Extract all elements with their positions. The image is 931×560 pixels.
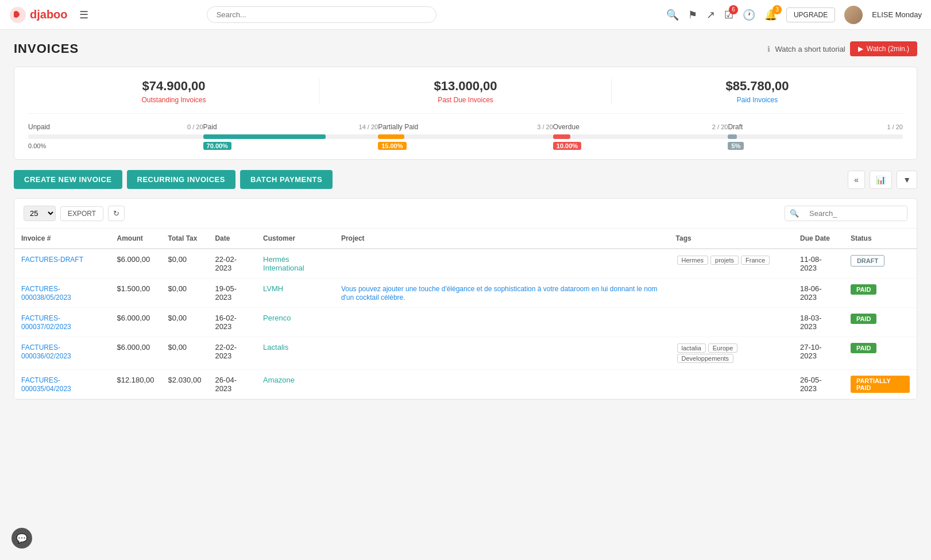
per-page-select[interactable]: 25 10 50 100 [24,206,56,221]
header-search-container [207,6,436,23]
table-row: FACTURES-000035/04/2023 $12.180,00 $2.03… [14,370,917,399]
status-cell: PARTIALLY PAID [844,370,917,399]
outstanding-label: Outstanding Invoices [28,96,319,104]
progress-bar-bg [728,134,903,139]
avatar [844,6,863,24]
progress-pct-badge: 70.00% [203,142,231,150]
clock-icon-btn[interactable]: 🕐 [743,9,755,21]
amount-cell: $6.000,00 [110,249,161,279]
status-badge: DRAFT [851,255,884,267]
page-title: INVOICES [14,41,79,56]
past-due-amount: $13.000,00 [320,79,611,94]
upgrade-button[interactable]: UPGRADE [786,7,835,22]
customer-link[interactable]: Hermès International [263,255,304,272]
status-badge: PARTIALLY PAID [851,376,910,393]
progress-name: Paid [203,123,217,131]
logo-icon [9,6,26,24]
invoice-cell: FACTURES-000037/02/2023 [14,308,110,337]
customer-cell: Perenco [256,308,334,337]
tasks-badge: 6 [729,5,738,14]
header-icons: 🔍 ⚑ ↗ ☑ 6 🕐 🔔 3 UPGRADE ELISE Monday [666,6,922,24]
search-icon-btn[interactable]: 🔍 [666,9,679,21]
col-tags: Tags [669,229,793,249]
action-buttons: CREATE NEW INVOICE RECURRING INVOICES BA… [14,170,333,189]
amount-cell: $12.180,00 [110,370,161,399]
filter-button[interactable]: ▼ [897,171,917,189]
table-search: 🔍 [785,206,907,221]
progress-bar-bg [378,134,553,139]
progress-bar-fill [203,134,326,139]
progress-bar-bg [203,134,378,139]
tags-cell: HermesprojetsFrance [669,249,793,279]
outstanding-amount: $74.900,00 [28,79,319,94]
logo[interactable]: djaboo [9,6,68,24]
progress-count: 2 / 20 [712,123,728,130]
table-header-row: Invoice # Amount Total Tax Date Customer… [14,229,917,249]
past-due-stat: $13.000,00 Past Due Invoices [320,79,612,104]
progress-pct: 0.00% [28,142,46,149]
main-content: INVOICES ℹ Watch a short tutorial ▶ Watc… [0,30,931,411]
chart-view-button[interactable]: 📊 [870,171,892,189]
progress-bar-fill [378,134,404,139]
actions-row: CREATE NEW INVOICE RECURRING INVOICES BA… [14,170,917,189]
tutorial-text: Watch a short tutorial [775,45,845,53]
header-search-input[interactable] [207,6,436,23]
progress-item: Partially Paid 3 / 20 15.00% [378,123,553,150]
progress-name: Partially Paid [378,123,418,131]
customer-link[interactable]: Lactalis [263,343,288,352]
status-badge: PAID [851,314,876,324]
invoice-link[interactable]: FACTURES-000037/02/2023 [21,314,71,331]
stats-row: $74.900,00 Outstanding Invoices $13.000,… [28,79,903,114]
recurring-invoices-button[interactable]: RECURRING INVOICES [127,170,235,189]
table-search-input[interactable] [803,206,907,221]
table-row: FACTURES-000037/02/2023 $6.000,00 $0,00 … [14,308,917,337]
invoice-link[interactable]: FACTURES-000038/05/2023 [21,285,71,302]
table-search-icon: 🔍 [785,206,803,221]
project-cell: Vous pouvez ajouter une touche d'éléganc… [334,279,669,308]
customer-link[interactable]: Perenco [263,314,291,322]
progress-item: Draft 1 / 20 5% [728,123,903,150]
progress-pct-badge: 10.00% [553,142,581,150]
batch-payments-button[interactable]: BATCH PAYMENTS [240,170,333,189]
share-icon-btn[interactable]: ↗ [706,9,715,21]
export-button[interactable]: EXPORT [60,206,103,221]
past-due-label: Past Due Invoices [320,96,611,104]
right-actions: « 📊 ▼ [848,171,917,189]
progress-count: 0 / 20 [187,123,203,130]
hamburger-icon[interactable]: ☰ [79,9,88,21]
invoices-table: Invoice # Amount Total Tax Date Customer… [14,229,917,399]
status-cell: PAID [844,279,917,308]
invoice-link[interactable]: FACTURES-000035/04/2023 [21,376,71,393]
invoice-cell: FACTURES-000035/04/2023 [14,370,110,399]
status-cell: DRAFT [844,249,917,279]
customer-link[interactable]: LVMH [263,284,283,293]
status-badge: PAID [851,343,876,353]
invoice-link[interactable]: FACTURES-000036/02/2023 [21,343,71,360]
create-invoice-button[interactable]: CREATE NEW INVOICE [14,170,122,189]
progress-count: 1 / 20 [887,123,903,130]
tasks-icon-btn[interactable]: ☑ 6 [724,9,733,21]
flag-icon-btn[interactable]: ⚑ [688,9,697,21]
user-name: ELISE Monday [872,10,922,19]
progress-item: Unpaid 0 / 20 0.00% [28,123,203,150]
refresh-button[interactable]: ↻ [108,206,125,221]
invoice-cell: FACTURES-000036/02/2023 [14,337,110,370]
progress-section: Unpaid 0 / 20 0.00% Paid 14 / 20 70.00% … [28,123,903,150]
tax-cell: $2.030,00 [161,370,208,399]
tax-cell: $0,00 [161,279,208,308]
project-cell [334,249,669,279]
progress-item: Overdue 2 / 20 10.00% [553,123,728,150]
customer-link[interactable]: Amazone [263,376,295,384]
invoice-cell: FACTURES-DRAFT [14,249,110,279]
pagination-left-button[interactable]: « [848,171,865,189]
due-date-cell: 11-08-2023 [793,249,844,279]
status-cell: PAID [844,337,917,370]
tax-cell: $0,00 [161,249,208,279]
watch-button[interactable]: ▶ Watch (2min.) [850,41,917,56]
due-date-cell: 18-06-2023 [793,279,844,308]
project-cell [334,308,669,337]
bell-icon-btn[interactable]: 🔔 3 [764,9,777,21]
invoice-link[interactable]: FACTURES-DRAFT [21,256,83,264]
due-date-cell: 27-10-2023 [793,337,844,370]
progress-name: Unpaid [28,123,50,131]
